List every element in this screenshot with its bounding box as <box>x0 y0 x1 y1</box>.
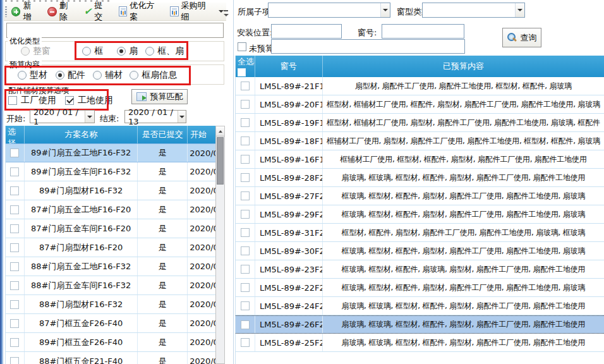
radio-frame[interactable]: 框 <box>82 46 103 57</box>
row-checkbox[interactable] <box>10 319 19 328</box>
date-end-dropdown-button[interactable] <box>178 111 186 123</box>
budget-header-content[interactable]: 已预算内容 <box>323 56 604 77</box>
window-no: LM5L-89#-16F15 <box>255 150 323 168</box>
radio-frame-sash[interactable]: 框、扇 <box>145 46 184 57</box>
row-checkbox[interactable] <box>241 320 250 329</box>
table-row[interactable]: 87#门扇型材F16-F20 是 2020/0 <box>6 238 215 257</box>
search-icon <box>507 33 517 42</box>
unbudgeted-checkbox[interactable] <box>238 42 246 51</box>
row-checkbox[interactable] <box>10 224 19 233</box>
table-row[interactable]: LM5L-89#-23F21 框玻璃, 框型材, 框配件, 扇玻璃, 扇型材, … <box>236 260 604 279</box>
table-row[interactable]: 89#门扇五金车间F16-F32 是 2020/0 <box>6 162 215 181</box>
table-row[interactable]: LM5L-89#-28F26 扇玻璃, 框玻璃, 框型材, 框配件, 扇型材, … <box>236 169 604 187</box>
row-checkbox[interactable] <box>10 205 19 214</box>
table-row[interactable]: 88#门扇五金工地F16-F32 是 2020/0 <box>6 257 215 276</box>
table-row[interactable]: 87#门框五金F26-F40 是 2020/0 <box>6 314 215 333</box>
row-checkbox[interactable] <box>241 191 250 200</box>
scroll-up-button[interactable] <box>216 126 224 136</box>
plan-header-submitted[interactable]: 是否已提交 <box>138 126 188 143</box>
table-row[interactable]: LM5L-89#-22F20 框玻璃, 框型材, 框配件, 扇型材, 扇配件工厂… <box>236 279 604 297</box>
row-checkbox[interactable] <box>10 262 19 271</box>
radio-frame-sash-info[interactable]: 框扇信息 <box>130 70 177 81</box>
submit-button[interactable]: ✔ 提交 <box>82 4 112 19</box>
row-checkbox[interactable] <box>241 118 250 127</box>
row-checkbox[interactable] <box>10 357 19 364</box>
table-row[interactable]: LM5L-89#-20F18 框型材, 框辅材工厂使用, 框配件, 扇型材, 扇… <box>236 95 604 114</box>
table-row[interactable]: 88#门扇五金车间F16-F32 是 2020/0 <box>6 276 215 295</box>
sub-item-combo[interactable] <box>268 3 390 18</box>
row-checkbox[interactable] <box>241 283 250 292</box>
row-checkbox[interactable] <box>241 246 250 255</box>
window-type-dropdown-button[interactable] <box>515 3 524 17</box>
scrollbar-thumb[interactable] <box>217 137 224 185</box>
row-checkbox[interactable] <box>10 338 19 347</box>
table-row[interactable]: LM5L-89#-29F27 框玻璃, 框型材, 框配件, 扇型材, 扇配件工厂… <box>236 205 604 224</box>
table-row-selected[interactable]: LM5L-89#-26F24 扇玻璃, 框玻璃, 框型材, 框配件, 扇型材, … <box>236 315 604 334</box>
table-row[interactable]: 88#门框五金F21-F40 是 2020/0 <box>6 352 215 364</box>
plan-header-start[interactable]: 开始 <box>188 126 215 143</box>
row-checkbox[interactable] <box>241 228 250 237</box>
table-row[interactable]: 89#门扇五金工地F16-F32 是 2020/0 <box>6 143 215 162</box>
table-row[interactable]: LM5L-89#-30F28 框玻璃, 框型材, 框配件, 扇型材, 扇配件工厂… <box>236 242 604 260</box>
table-row[interactable]: 89#门框五金F26-F40 是 2020/0 <box>6 333 215 352</box>
purchase-detail-button[interactable]: 采购明细 <box>167 4 226 19</box>
toolbar-grip[interactable] <box>5 6 7 17</box>
radio-auxiliary[interactable]: 辅材 <box>93 70 123 81</box>
row-checkbox[interactable] <box>241 82 250 90</box>
install-position-input[interactable] <box>271 24 342 39</box>
table-row[interactable]: LM5L-89#-25F23 扇玻璃, 框玻璃, 框型材, 框配件, 扇型材, … <box>236 334 604 352</box>
plan-header-select[interactable]: 选择 <box>6 126 25 143</box>
plan-table-scrollbar[interactable] <box>215 126 225 364</box>
query-button[interactable]: 查询 <box>502 28 541 47</box>
row-checkbox[interactable] <box>241 210 250 219</box>
row-checkbox[interactable] <box>10 186 19 195</box>
select-all-checkbox[interactable] <box>238 68 246 76</box>
table-row[interactable]: LM5L-89#-18F16 框辅材工厂使用, 扇型材, 扇配件工厂使用, 扇配… <box>236 132 604 150</box>
radio-whole-window[interactable]: 整窗 <box>21 46 51 57</box>
row-checkbox[interactable] <box>10 149 19 157</box>
budget-match-button[interactable]: 预算匹配 <box>131 89 188 104</box>
row-checkbox[interactable] <box>241 136 250 145</box>
window-type-combo[interactable] <box>422 3 525 18</box>
budget-header-window-no[interactable]: 窗号 <box>255 56 323 77</box>
table-row[interactable]: LM5L-89#-16F15 框辅材工厂使用, 框型材, 框配件, 扇型材, 扇… <box>236 150 604 169</box>
sub-item-dropdown-button[interactable] <box>380 3 390 17</box>
window-no: LM5L-89#-25F23 <box>255 334 323 351</box>
budgeted-content: 扇玻璃, 框玻璃, 框型材, 框配件, 扇型材, 扇配件工厂使用, 扇配件工地使… <box>323 297 604 315</box>
radio-sash[interactable]: 扇 <box>117 46 138 57</box>
optimize-plan-button[interactable]: 优化方案 <box>116 4 164 19</box>
date-start-picker[interactable]: 2020 / 01 / 1 <box>30 110 95 123</box>
row-checkbox[interactable] <box>10 300 19 309</box>
table-row[interactable]: LM5L-89#-21F19 扇型材, 扇配件工厂使用, 扇配件工地使用, 框型… <box>236 77 604 95</box>
row-checkbox[interactable] <box>10 167 19 176</box>
toolbar-overflow-button[interactable] <box>223 9 230 19</box>
row-checkbox[interactable] <box>241 173 250 182</box>
plan-header-name[interactable]: 方案名称 <box>25 126 138 143</box>
row-checkbox[interactable] <box>241 338 250 347</box>
table-row[interactable]: 89#门扇型材F16-F32 是 2020/0 <box>6 181 215 200</box>
table-row[interactable]: 87#门扇五金车间F16-F20 是 2020/0 <box>6 219 215 238</box>
table-row[interactable]: 88#门扇型材F16-F32 是 2020/0 <box>6 295 215 314</box>
row-checkbox[interactable] <box>10 243 19 252</box>
date-end-picker[interactable]: 2020 / 01 / 13 <box>124 110 186 123</box>
table-row[interactable]: LM5L-89#-27F25 框玻璃, 框型材, 框配件, 扇型材, 扇配件工厂… <box>236 187 604 205</box>
add-button[interactable]: 新增 <box>9 4 41 19</box>
row-checkbox[interactable] <box>241 301 250 310</box>
date-start-dropdown-button[interactable] <box>85 111 94 123</box>
window-no-input[interactable] <box>382 24 464 39</box>
table-row[interactable]: LM5L-89#-19F17 框型材, 框辅材工厂使用, 扇型材, 扇配件工厂使… <box>236 114 604 132</box>
delete-button[interactable]: 删除 <box>45 4 77 19</box>
checkbox-factory-use[interactable]: 工厂使用 <box>8 95 56 106</box>
row-checkbox[interactable] <box>10 281 19 290</box>
budget-header-select-all[interactable]: 全选 <box>236 56 255 77</box>
row-checkbox[interactable] <box>241 100 250 109</box>
table-row[interactable]: LM5L-89#-31F29 框型材, 框配件, 扇型材, 扇配件工厂使用, 扇… <box>236 224 604 242</box>
checkbox-site-use[interactable]: 工地使用 <box>65 95 113 106</box>
row-checkbox[interactable] <box>241 265 250 274</box>
row-checkbox[interactable] <box>241 155 250 164</box>
radio-accessory[interactable]: 配件 <box>56 70 85 81</box>
unbudgeted-input[interactable] <box>271 39 465 54</box>
table-row[interactable]: LM5L-89#-24F22 扇玻璃, 框玻璃, 框型材, 框配件, 扇型材, … <box>236 297 604 315</box>
radio-profile[interactable]: 型材 <box>18 70 47 81</box>
table-row[interactable]: 87#门扇五金工地F16-F20 是 2020/0 <box>6 200 215 219</box>
